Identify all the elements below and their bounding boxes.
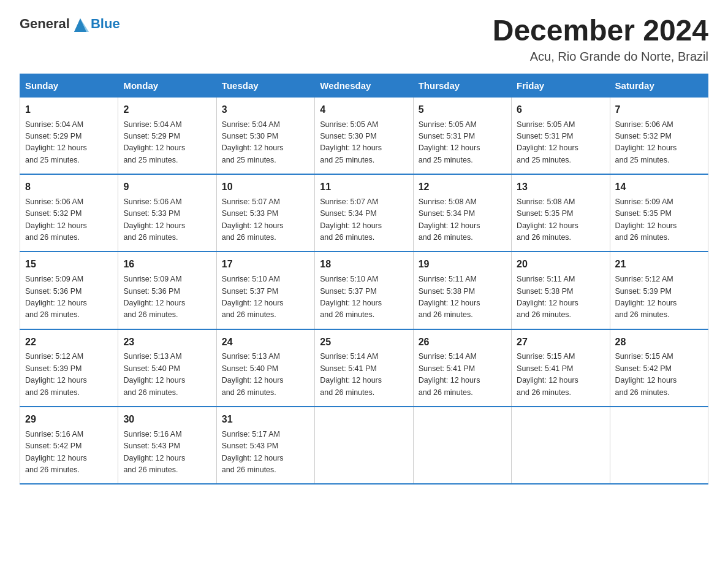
calendar-week-row: 8 Sunrise: 5:06 AMSunset: 5:32 PMDayligh… xyxy=(20,174,708,251)
calendar-day-cell: 24 Sunrise: 5:13 AMSunset: 5:40 PMDaylig… xyxy=(216,329,314,407)
day-number: 14 xyxy=(615,180,703,195)
page-header: General Blue December 2024 Acu, Rio Gran… xyxy=(20,15,708,64)
day-info: Sunrise: 5:11 AMSunset: 5:38 PMDaylight:… xyxy=(419,275,480,319)
logo-text-blue: Blue xyxy=(91,16,120,32)
day-info: Sunrise: 5:15 AMSunset: 5:41 PMDaylight:… xyxy=(517,352,578,396)
calendar-day-cell: 16 Sunrise: 5:09 AMSunset: 5:36 PMDaylig… xyxy=(118,251,216,329)
day-number: 17 xyxy=(222,257,309,272)
day-info: Sunrise: 5:05 AMSunset: 5:30 PMDaylight:… xyxy=(320,120,382,164)
day-info: Sunrise: 5:09 AMSunset: 5:35 PMDaylight:… xyxy=(615,197,677,242)
day-info: Sunrise: 5:05 AMSunset: 5:31 PMDaylight:… xyxy=(419,120,480,164)
day-number: 20 xyxy=(517,257,604,272)
day-number: 5 xyxy=(419,102,506,118)
calendar-day-cell: 17 Sunrise: 5:10 AMSunset: 5:37 PMDaylig… xyxy=(216,251,314,329)
calendar-day-cell: 28 Sunrise: 5:15 AMSunset: 5:42 PMDaylig… xyxy=(610,329,708,407)
day-info: Sunrise: 5:09 AMSunset: 5:36 PMDaylight:… xyxy=(123,275,185,319)
weekday-header-thursday: Thursday xyxy=(413,74,511,97)
calendar-week-row: 22 Sunrise: 5:12 AMSunset: 5:39 PMDaylig… xyxy=(20,329,708,407)
day-number: 18 xyxy=(320,257,408,272)
calendar-day-cell: 12 Sunrise: 5:08 AMSunset: 5:34 PMDaylig… xyxy=(413,174,511,251)
day-number: 25 xyxy=(320,335,408,350)
calendar-day-cell: 31 Sunrise: 5:17 AMSunset: 5:43 PMDaylig… xyxy=(216,407,314,484)
day-info: Sunrise: 5:05 AMSunset: 5:31 PMDaylight:… xyxy=(517,120,578,164)
day-number: 16 xyxy=(123,257,211,272)
day-info: Sunrise: 5:09 AMSunset: 5:36 PMDaylight:… xyxy=(25,275,87,319)
day-number: 10 xyxy=(222,180,309,195)
calendar-day-cell: 9 Sunrise: 5:06 AMSunset: 5:33 PMDayligh… xyxy=(118,174,216,251)
day-info: Sunrise: 5:14 AMSunset: 5:41 PMDaylight:… xyxy=(320,352,382,396)
day-number: 24 xyxy=(222,335,309,350)
logo: General Blue xyxy=(20,15,120,33)
day-info: Sunrise: 5:10 AMSunset: 5:37 PMDaylight:… xyxy=(320,275,382,319)
calendar-day-cell: 2 Sunrise: 5:04 AMSunset: 5:29 PMDayligh… xyxy=(118,97,216,174)
day-info: Sunrise: 5:06 AMSunset: 5:32 PMDaylight:… xyxy=(25,197,87,242)
day-number: 29 xyxy=(25,412,113,427)
calendar-day-cell: 3 Sunrise: 5:04 AMSunset: 5:30 PMDayligh… xyxy=(216,97,314,174)
day-info: Sunrise: 5:07 AMSunset: 5:34 PMDaylight:… xyxy=(320,197,382,242)
calendar-day-cell: 21 Sunrise: 5:12 AMSunset: 5:39 PMDaylig… xyxy=(610,251,708,329)
day-number: 26 xyxy=(419,335,506,350)
day-info: Sunrise: 5:11 AMSunset: 5:38 PMDaylight:… xyxy=(517,275,578,319)
day-number: 19 xyxy=(419,257,506,272)
day-number: 1 xyxy=(25,102,113,118)
day-number: 22 xyxy=(25,335,113,350)
calendar-week-row: 1 Sunrise: 5:04 AMSunset: 5:29 PMDayligh… xyxy=(20,97,708,174)
calendar-title: December 2024 xyxy=(493,15,708,47)
svg-marker-2 xyxy=(74,18,89,32)
calendar-day-cell: 13 Sunrise: 5:08 AMSunset: 5:35 PMDaylig… xyxy=(512,174,610,251)
calendar-day-cell: 27 Sunrise: 5:15 AMSunset: 5:41 PMDaylig… xyxy=(512,329,610,407)
calendar-day-cell: 4 Sunrise: 5:05 AMSunset: 5:30 PMDayligh… xyxy=(315,97,413,174)
day-number: 21 xyxy=(615,257,703,272)
day-number: 2 xyxy=(123,102,211,118)
calendar-day-cell: 26 Sunrise: 5:14 AMSunset: 5:41 PMDaylig… xyxy=(413,329,511,407)
logo-triangle-icon xyxy=(70,15,90,33)
calendar-day-cell: 5 Sunrise: 5:05 AMSunset: 5:31 PMDayligh… xyxy=(413,97,511,174)
calendar-day-cell: 22 Sunrise: 5:12 AMSunset: 5:39 PMDaylig… xyxy=(20,329,118,407)
weekday-header-sunday: Sunday xyxy=(20,74,118,97)
calendar-day-cell: 20 Sunrise: 5:11 AMSunset: 5:38 PMDaylig… xyxy=(512,251,610,329)
calendar-table: SundayMondayTuesdayWednesdayThursdayFrid… xyxy=(20,74,708,484)
day-number: 12 xyxy=(419,180,506,195)
day-number: 3 xyxy=(222,102,309,118)
calendar-day-cell xyxy=(413,407,511,484)
logo-text-general: General xyxy=(20,16,70,32)
calendar-day-cell: 23 Sunrise: 5:13 AMSunset: 5:40 PMDaylig… xyxy=(118,329,216,407)
calendar-day-cell: 7 Sunrise: 5:06 AMSunset: 5:32 PMDayligh… xyxy=(610,97,708,174)
calendar-week-row: 15 Sunrise: 5:09 AMSunset: 5:36 PMDaylig… xyxy=(20,251,708,329)
day-info: Sunrise: 5:14 AMSunset: 5:41 PMDaylight:… xyxy=(419,352,480,396)
day-info: Sunrise: 5:17 AMSunset: 5:43 PMDaylight:… xyxy=(222,430,284,474)
weekday-header-wednesday: Wednesday xyxy=(315,74,413,97)
day-number: 30 xyxy=(123,412,211,427)
day-number: 4 xyxy=(320,102,408,118)
day-info: Sunrise: 5:12 AMSunset: 5:39 PMDaylight:… xyxy=(25,352,87,396)
calendar-day-cell: 30 Sunrise: 5:16 AMSunset: 5:43 PMDaylig… xyxy=(118,407,216,484)
weekday-header-saturday: Saturday xyxy=(610,74,708,97)
day-info: Sunrise: 5:08 AMSunset: 5:34 PMDaylight:… xyxy=(419,197,480,242)
day-number: 31 xyxy=(222,412,309,427)
day-info: Sunrise: 5:16 AMSunset: 5:43 PMDaylight:… xyxy=(123,430,185,474)
calendar-day-cell: 19 Sunrise: 5:11 AMSunset: 5:38 PMDaylig… xyxy=(413,251,511,329)
day-number: 9 xyxy=(123,180,211,195)
calendar-day-cell: 15 Sunrise: 5:09 AMSunset: 5:36 PMDaylig… xyxy=(20,251,118,329)
calendar-day-cell xyxy=(315,407,413,484)
day-number: 28 xyxy=(615,335,703,350)
day-number: 13 xyxy=(517,180,604,195)
calendar-day-cell: 10 Sunrise: 5:07 AMSunset: 5:33 PMDaylig… xyxy=(216,174,314,251)
calendar-day-cell xyxy=(512,407,610,484)
calendar-subtitle: Acu, Rio Grande do Norte, Brazil xyxy=(493,50,708,64)
day-info: Sunrise: 5:13 AMSunset: 5:40 PMDaylight:… xyxy=(123,352,185,396)
title-area: December 2024 Acu, Rio Grande do Norte, … xyxy=(493,15,708,64)
calendar-day-cell: 14 Sunrise: 5:09 AMSunset: 5:35 PMDaylig… xyxy=(610,174,708,251)
day-info: Sunrise: 5:04 AMSunset: 5:29 PMDaylight:… xyxy=(123,120,185,164)
day-info: Sunrise: 5:08 AMSunset: 5:35 PMDaylight:… xyxy=(517,197,578,242)
day-info: Sunrise: 5:06 AMSunset: 5:33 PMDaylight:… xyxy=(123,197,185,242)
day-number: 15 xyxy=(25,257,113,272)
day-info: Sunrise: 5:15 AMSunset: 5:42 PMDaylight:… xyxy=(615,352,677,396)
day-number: 11 xyxy=(320,180,408,195)
day-info: Sunrise: 5:12 AMSunset: 5:39 PMDaylight:… xyxy=(615,275,677,319)
day-info: Sunrise: 5:10 AMSunset: 5:37 PMDaylight:… xyxy=(222,275,284,319)
day-number: 7 xyxy=(615,102,703,118)
day-info: Sunrise: 5:07 AMSunset: 5:33 PMDaylight:… xyxy=(222,197,284,242)
day-info: Sunrise: 5:13 AMSunset: 5:40 PMDaylight:… xyxy=(222,352,284,396)
calendar-day-cell xyxy=(610,407,708,484)
